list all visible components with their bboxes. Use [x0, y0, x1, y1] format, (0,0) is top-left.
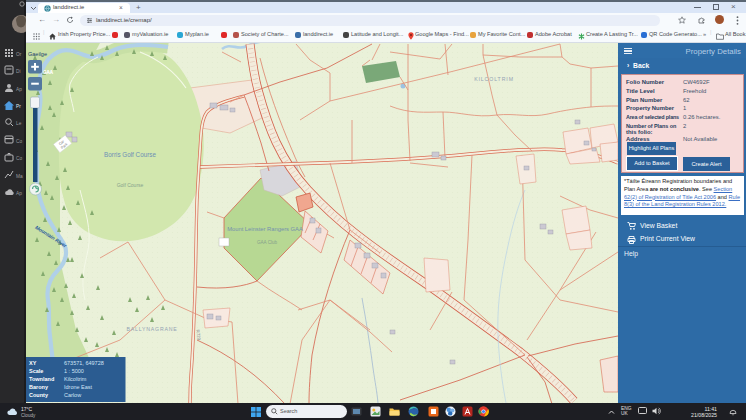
svg-text:Ap: Ap [16, 191, 22, 196]
svg-text:County: County [29, 392, 49, 398]
svg-text:Le: Le [16, 121, 22, 126]
svg-text:Kilcoltrim: Kilcoltrim [64, 376, 87, 382]
svg-text:BALLYNAGRANE: BALLYNAGRANE [126, 326, 177, 332]
svg-text:Mount Leinster Rangers GAA: Mount Leinster Rangers GAA [227, 226, 303, 232]
svg-text:GAA: GAA [43, 70, 54, 75]
svg-text:KILCOLTRIM: KILCOLTRIM [474, 76, 514, 82]
svg-text:Borris Golf Course: Borris Golf Course [104, 151, 156, 158]
svg-text:Co: Co [16, 156, 22, 161]
svg-text:Or: Or [16, 52, 22, 57]
svg-text:673571, 649728: 673571, 649728 [64, 360, 104, 366]
svg-text:XY: XY [29, 360, 37, 366]
svg-text:Idrone East: Idrone East [64, 384, 93, 390]
svg-text:Pr: Pr [16, 104, 21, 109]
svg-text:Golf Course: Golf Course [117, 182, 144, 188]
svg-text:1 : 5000: 1 : 5000 [64, 368, 84, 374]
svg-text:Townland: Townland [29, 376, 54, 382]
svg-text:Ap: Ap [16, 87, 22, 92]
svg-text:GAA Club: GAA Club [257, 240, 278, 245]
svg-text:Ma: Ma [16, 174, 23, 179]
svg-text:Gaeilge: Gaeilge [28, 51, 47, 57]
svg-text:Barony: Barony [29, 384, 49, 390]
svg-text:Di: Di [16, 69, 21, 74]
svg-text:Co: Co [16, 139, 22, 144]
svg-text:Scale: Scale [29, 368, 43, 374]
svg-text:Carlow: Carlow [64, 392, 81, 398]
